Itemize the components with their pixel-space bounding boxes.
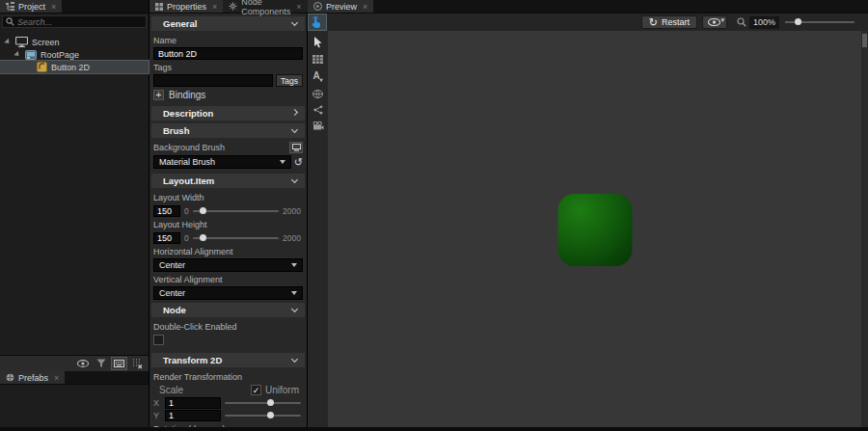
slider-thumb[interactable]	[795, 18, 801, 25]
tags-input[interactable]	[153, 74, 273, 87]
tree-item-button2d[interactable]: Button 2D	[0, 61, 149, 73]
preview-toolbar: ↻ Restart ▾ 100%	[308, 13, 868, 31]
layout-height-slider[interactable]	[193, 237, 279, 239]
zoom-level-value[interactable]: 100%	[749, 16, 779, 29]
section-title: Transform 2D	[163, 355, 292, 365]
preview-canvas[interactable]	[328, 31, 861, 431]
tab-project[interactable]: Project ×	[0, 0, 62, 13]
bindings-row[interactable]: + Bindings	[149, 87, 307, 103]
restart-icon: ↻	[649, 17, 658, 27]
expand-arrow-icon[interactable]	[4, 39, 11, 45]
zoom-slider[interactable]	[785, 21, 854, 23]
tree-item-rootpage[interactable]: RootPage	[0, 48, 149, 61]
brush-picker-icon[interactable]	[289, 142, 303, 153]
uniform-checkbox[interactable]: ✓	[251, 385, 261, 395]
tab-prefabs[interactable]: Prefabs ×	[0, 371, 65, 384]
filter-icon[interactable]	[93, 357, 109, 370]
layout-width-value[interactable]: 150	[153, 205, 180, 217]
camera-tool-icon[interactable]	[312, 121, 324, 130]
section-title: General	[163, 18, 292, 29]
slider-max-label: 2000	[283, 233, 301, 243]
scale-y-slider[interactable]	[225, 415, 301, 417]
tab-node-components[interactable]: Node Components ×	[223, 0, 307, 13]
section-layout-item[interactable]: Layout.Item	[151, 174, 305, 188]
prefabs-tabbar: Prefabs ×	[0, 371, 149, 385]
screen-icon	[15, 37, 28, 47]
scale-y-row: Y 1	[149, 409, 307, 421]
section-title: Node	[163, 305, 292, 315]
grid-x-icon[interactable]	[129, 357, 146, 370]
project-icon	[6, 2, 14, 11]
grid-tool-icon[interactable]	[312, 55, 323, 64]
double-click-label: Double-Click Enabled	[149, 319, 307, 334]
project-panel-footer	[0, 355, 149, 371]
horizontal-alignment-select[interactable]: Center	[153, 258, 303, 272]
section-general[interactable]: General	[151, 16, 305, 31]
button-2d-preview[interactable]	[557, 194, 632, 266]
chevron-down-icon	[291, 306, 298, 312]
background-brush-row: Background Brush	[149, 140, 307, 153]
chevron-down-icon	[291, 176, 298, 183]
connections-tool-icon[interactable]	[313, 105, 323, 115]
close-icon[interactable]: ×	[51, 2, 56, 12]
project-panel: Project × Screen Roo	[0, 0, 149, 431]
interact-tool-button[interactable]	[308, 13, 327, 31]
section-transform-2d[interactable]: Transform 2D	[151, 353, 305, 367]
prefabs-icon	[6, 373, 14, 382]
search-input[interactable]	[17, 17, 143, 27]
tab-label: Prefabs	[18, 373, 48, 383]
text-tool-icon[interactable]: A▾	[312, 70, 322, 83]
vertical-alignment-select[interactable]: Center	[153, 286, 303, 300]
section-description[interactable]: Description	[151, 106, 305, 121]
close-icon[interactable]: ×	[212, 2, 217, 12]
slider-thumb[interactable]	[267, 399, 274, 406]
globe-tool-icon[interactable]	[312, 90, 323, 98]
scrollbar-thumb[interactable]	[862, 34, 867, 47]
scale-x-value[interactable]: 1	[165, 397, 221, 409]
expand-arrow-icon[interactable]	[14, 51, 20, 58]
preview-panel: Preview × ↻ Restart ▾	[308, 0, 868, 431]
keyboard-icon[interactable]	[111, 357, 127, 370]
selected-value: Center	[159, 288, 291, 298]
slider-thumb[interactable]	[267, 412, 274, 418]
slider-min-label: 0	[184, 206, 189, 216]
tab-label: Properties	[167, 2, 206, 12]
plus-icon[interactable]: +	[153, 90, 164, 100]
double-click-checkbox[interactable]	[153, 335, 164, 345]
tab-properties[interactable]: Properties ×	[149, 0, 223, 13]
layout-height-row: 150 0 2000	[149, 231, 307, 244]
preview-tool-strip: A▾	[308, 31, 328, 431]
reset-icon[interactable]: ↺	[294, 157, 303, 167]
close-icon[interactable]: ×	[296, 2, 301, 12]
tags-button[interactable]: Tags	[276, 74, 303, 87]
preview-tabbar: Preview ×	[308, 0, 868, 13]
preview-play-icon	[313, 2, 322, 11]
layout-height-value[interactable]: 150	[153, 232, 180, 244]
search-box[interactable]	[2, 15, 147, 28]
tree-item-label: Button 2D	[51, 63, 90, 72]
axis-label: Y	[153, 411, 161, 420]
section-node[interactable]: Node	[151, 303, 305, 317]
close-icon[interactable]: ×	[54, 373, 59, 383]
preview-vertical-scrollbar[interactable]	[861, 31, 868, 431]
restart-button[interactable]: ↻ Restart	[641, 15, 697, 29]
properties-content: General Name Tags Tags + Bindings Descri…	[149, 13, 307, 431]
brush-select[interactable]: Material Brush	[153, 155, 291, 169]
tree-item-screen[interactable]: Screen	[0, 36, 149, 48]
name-input[interactable]	[153, 47, 303, 60]
section-brush[interactable]: Brush	[151, 123, 305, 138]
scale-y-value[interactable]: 1	[165, 410, 221, 421]
properties-tabbar: Properties × Node Components ×	[149, 0, 307, 13]
close-icon[interactable]: ×	[363, 2, 367, 12]
layout-width-row: 150 0 2000	[149, 204, 307, 217]
tab-label: Preview	[326, 2, 357, 12]
layout-width-slider[interactable]	[193, 210, 279, 212]
select-tool-icon[interactable]	[313, 37, 323, 48]
render-transformation-label: Render Transformation	[149, 369, 307, 384]
tab-preview[interactable]: Preview ×	[308, 0, 373, 13]
slider-thumb[interactable]	[200, 234, 206, 241]
scale-x-slider[interactable]	[225, 402, 301, 404]
slider-thumb[interactable]	[200, 207, 206, 214]
visibility-icon[interactable]	[74, 357, 91, 370]
visibility-menu-button[interactable]: ▾	[702, 15, 727, 29]
